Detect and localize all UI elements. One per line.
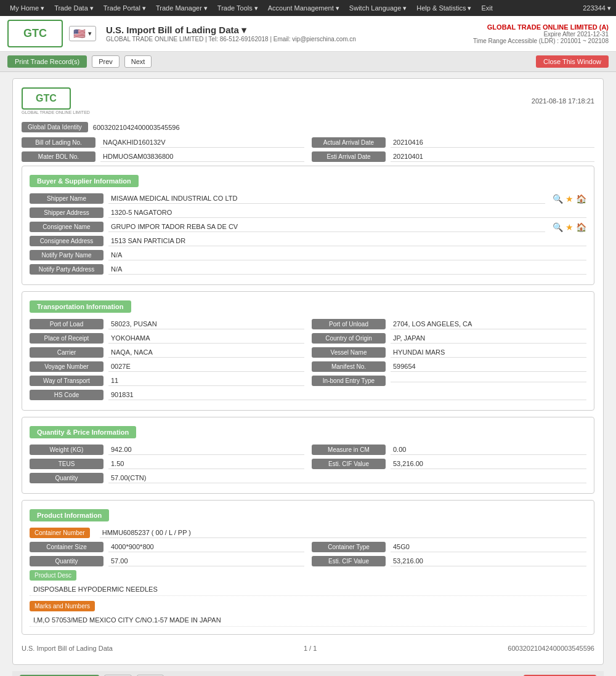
shipper-star-icon[interactable]: ★	[565, 194, 573, 204]
masterbol-col: Mater BOL No. HDMUOSAM03836800	[22, 151, 304, 162]
qp-quantity-row: Quantity 57.00(CTN)	[30, 473, 586, 483]
teus-col: TEUS 1.50	[30, 459, 304, 469]
nav-tradetools[interactable]: Trade Tools ▾	[213, 4, 263, 12]
product-section: Product Information Container Number HMM…	[22, 500, 594, 635]
global-id-value: 60032021042400003545596	[93, 124, 180, 131]
shipper-address-label: Shipper Address	[30, 207, 103, 218]
prod-qty-value: 57.00	[108, 556, 304, 566]
prod-qty-label: Quantity	[30, 556, 103, 566]
notify-name-row: Notify Party Name N/A	[30, 250, 586, 260]
receipt-origin-row: Place of Receipt YOKOHAMA Country of Ori…	[30, 333, 586, 344]
card-header: GTC GLOBAL TRADE ONLINE LIMITED 2021-08-…	[22, 87, 594, 115]
user-id[interactable]: 223344 ▾	[583, 4, 611, 12]
master-bol-label: Mater BOL No.	[22, 151, 95, 162]
nav-exit[interactable]: Exit	[476, 4, 497, 12]
marks-button: Marks and Numbers	[30, 601, 95, 611]
shipper-name-value: MISAWA MEDICAL INDUSTRIAL CO LTD	[108, 193, 545, 204]
shipper-home-icon[interactable]: 🏠	[576, 194, 586, 204]
nav-tradeportal[interactable]: Trade Portal ▾	[99, 4, 151, 12]
marks-block: Marks and Numbers I,M,O 57053/MED MEXICO…	[30, 597, 586, 627]
bol-label: Bill of Lading No.	[22, 137, 95, 148]
arrival-col: Actual Arrival Date 20210416	[312, 137, 594, 148]
nav-myhome[interactable]: My Home ▾	[5, 4, 49, 12]
transportation-section: Transportation Information Port of Load …	[22, 291, 594, 411]
inbond-value	[391, 379, 586, 382]
container-size-label: Container Size	[30, 542, 103, 552]
nav-switchlanguage[interactable]: Switch Language ▾	[344, 4, 411, 12]
receipt-label: Place of Receipt	[30, 333, 103, 344]
consignee-star-icon[interactable]: ★	[565, 222, 573, 232]
quantity-price-section: Quantity & Price Information Weight (KG)…	[22, 417, 594, 494]
consignee-address-value: 1513 SAN PARTICIA DR	[108, 236, 586, 246]
logo: GTC	[7, 20, 63, 47]
qp-quantity-label: Quantity	[30, 473, 103, 483]
notify-address-label: Notify Party Address	[30, 264, 103, 275]
account-info: GLOBAL TRADE ONLINE LIMITED (A) Expire A…	[473, 23, 609, 44]
shipper-icons: 🔍 ★ 🏠	[553, 194, 586, 204]
manifest-col: Manifest No. 599654	[312, 361, 586, 372]
global-id-row: Global Data Identity 6003202104240000354…	[22, 122, 594, 132]
card-date: 2021-08-18 17:18:21	[532, 97, 594, 105]
hscode-label: HS Code	[30, 390, 103, 400]
pagination-row: U.S. Import Bill of Lading Data 1 / 1 60…	[22, 641, 594, 656]
product-desc-value: DISPOSABLE HYPODERMIC NEEDLES	[30, 583, 586, 596]
master-bol-value: HDMUOSAM03836800	[100, 151, 304, 162]
voyage-label: Voyage Number	[30, 361, 103, 372]
origin-col: Country of Origin JP, JAPAN	[312, 333, 586, 344]
inbond-label: In-bond Entry Type	[312, 376, 386, 386]
marks-value: I,M,O 57053/MED MEXICO CITY C/NO.1-57 MA…	[30, 614, 586, 627]
language-selector[interactable]: 🇺🇸 ▾	[69, 26, 96, 41]
actual-arrival-label: Actual Arrival Date	[312, 137, 386, 148]
consignee-address-row: Consignee Address 1513 SAN PARTICIA DR	[30, 236, 586, 246]
consignee-name-row: Consignee Name GRUPO IMPOR TADOR REBA SA…	[30, 222, 586, 232]
consignee-home-icon[interactable]: 🏠	[576, 222, 586, 232]
nav-helpstatistics[interactable]: Help & Statistics ▾	[411, 4, 476, 12]
pagination-doc-label: U.S. Import Bill of Lading Data	[22, 645, 113, 652]
prod-qty-col: Quantity 57.00	[30, 556, 304, 566]
port-load-col: Port of Load 58023, PUSAN	[30, 319, 304, 329]
prod-cif-label: Esti. CIF Value	[312, 556, 386, 566]
nav-accountmanagement[interactable]: Account Management ▾	[263, 4, 344, 12]
prod-qty-cif-row: Quantity 57.00 Esti. CIF Value 53,216.00	[30, 556, 586, 566]
bol-arrival-row: Bill of Lading No. NAQAKHID160132V Actua…	[22, 137, 594, 148]
consignee-name-label: Consignee Name	[30, 222, 103, 232]
page-header: GTC 🇺🇸 ▾ U.S. Import Bill of Lading Data…	[0, 16, 616, 52]
vessel-col: Vessel Name HYUNDAI MARS	[312, 347, 586, 358]
prod-cif-value: 53,216.00	[391, 556, 586, 566]
port-unload-value: 2704, LOS ANGELES, CA	[391, 319, 586, 329]
qp-esti-cif-value: 53,216.00	[391, 459, 586, 469]
nav-tradedata[interactable]: Trade Data ▾	[49, 4, 99, 12]
prev-button-top[interactable]: Prev	[92, 55, 120, 68]
hscode-value: 901831	[108, 390, 586, 400]
weight-col: Weight (KG) 942.00	[30, 445, 304, 455]
container-number-button[interactable]: Container Number	[30, 528, 90, 538]
esti-col: Esti Arrival Date 20210401	[312, 151, 594, 162]
global-id-label: Global Data Identity	[22, 122, 88, 132]
weight-value: 942.00	[108, 445, 304, 455]
title-area: U.S. Import Bill of Lading Data ▾ GLOBAL…	[96, 25, 473, 42]
close-button-top[interactable]: Close This Window	[536, 55, 609, 68]
product-desc-block: Product Desc DISPOSABLE HYPODERMIC NEEDL…	[30, 570, 586, 596]
record-card: GTC GLOBAL TRADE ONLINE LIMITED 2021-08-…	[12, 78, 604, 665]
card-logo: GTC GLOBAL TRADE ONLINE LIMITED	[22, 87, 90, 115]
qp-esti-cif-label: Esti. CIF Value	[312, 459, 386, 469]
print-button-top[interactable]: Print Trade Record(s)	[7, 55, 87, 68]
bol-value: NAQAKHID160132V	[100, 137, 304, 148]
teus-label: TEUS	[30, 459, 103, 469]
receipt-col: Place of Receipt YOKOHAMA	[30, 333, 304, 344]
page-title: U.S. Import Bill of Lading Data ▾	[106, 25, 473, 36]
actual-arrival-value: 20210416	[391, 137, 594, 148]
main-content: GTC GLOBAL TRADE ONLINE LIMITED 2021-08-…	[0, 72, 616, 676]
consignee-search-icon[interactable]: 🔍	[553, 222, 563, 232]
voyage-manifest-row: Voyage Number 0027E Manifest No. 599654	[30, 361, 586, 372]
shipper-name-label: Shipper Name	[30, 193, 103, 204]
toolbar-top: Print Trade Record(s) Prev Next Close Th…	[0, 52, 616, 72]
next-button-top[interactable]: Next	[124, 55, 152, 68]
notify-address-row: Notify Party Address N/A	[30, 264, 586, 275]
shipper-search-icon[interactable]: 🔍	[553, 194, 563, 204]
company-name: GLOBAL TRADE ONLINE LIMITED (A)	[473, 23, 609, 31]
carrier-col: Carrier NAQA, NACA	[30, 347, 304, 358]
expire-date: Expire After 2021-12-31	[473, 31, 609, 38]
origin-value: JP, JAPAN	[391, 333, 586, 344]
nav-trademanager[interactable]: Trade Manager ▾	[151, 4, 213, 12]
